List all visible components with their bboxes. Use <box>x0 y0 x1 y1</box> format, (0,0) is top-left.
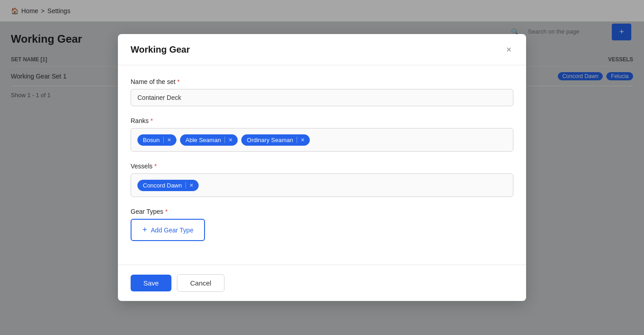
rank-tag-ordinary-seaman-label: Ordinary Seaman <box>247 137 293 143</box>
rank-tag-bosun-label: Bosun <box>143 137 160 143</box>
vessel-tag-concord-dawn: Concord Dawn × <box>137 180 199 191</box>
name-label: Name of the set * <box>131 78 513 85</box>
vessel-tag-concord-dawn-label: Concord Dawn <box>143 182 182 189</box>
name-section: Name of the set * <box>131 78 513 106</box>
ranks-label: Ranks * <box>131 117 513 124</box>
name-required-star: * <box>177 78 180 85</box>
vessels-section: Vessels * Concord Dawn × <box>131 163 513 197</box>
gear-types-section: Gear Types * + Add Gear Type <box>131 208 513 241</box>
gear-types-label: Gear Types * <box>131 208 513 215</box>
rank-tag-bosun: Bosun × <box>137 134 176 146</box>
rank-tag-ordinary-seaman-remove[interactable]: × <box>301 137 304 143</box>
gear-types-container: + Add Gear Type <box>131 219 513 241</box>
rank-tag-able-seaman-label: Able Seaman <box>185 137 221 143</box>
name-input[interactable] <box>131 89 513 106</box>
vessels-label: Vessels * <box>131 163 513 170</box>
ranks-section: Ranks * Bosun × Able Seaman × Ordinary S… <box>131 117 513 152</box>
plus-icon: + <box>142 225 147 235</box>
add-gear-type-label: Add Gear Type <box>151 227 194 234</box>
cancel-button[interactable]: Cancel <box>177 274 224 292</box>
tag-divider-4 <box>185 182 186 188</box>
modal-body: Name of the set * Ranks * Bosun × Able S… <box>118 65 526 265</box>
modal-header: Working Gear × <box>118 34 526 65</box>
modal-title: Working Gear <box>131 44 190 55</box>
rank-tag-bosun-remove[interactable]: × <box>167 137 171 143</box>
save-button[interactable]: Save <box>131 275 171 291</box>
ranks-input[interactable]: Bosun × Able Seaman × Ordinary Seaman × <box>131 128 513 152</box>
modal: Working Gear × Name of the set * Ranks *… <box>118 34 526 301</box>
tag-divider <box>163 137 164 143</box>
vessel-tag-concord-dawn-remove[interactable]: × <box>190 182 193 188</box>
tag-divider-2 <box>224 137 225 143</box>
add-gear-type-button[interactable]: + Add Gear Type <box>131 219 205 241</box>
modal-footer: Save Cancel <box>118 265 526 301</box>
rank-tag-ordinary-seaman: Ordinary Seaman × <box>241 134 310 146</box>
tag-divider-3 <box>297 137 297 143</box>
ranks-required-star: * <box>151 117 153 124</box>
rank-tag-able-seaman: Able Seaman × <box>180 134 238 146</box>
modal-close-button[interactable]: × <box>504 43 513 56</box>
vessels-input[interactable]: Concord Dawn × <box>131 173 513 197</box>
rank-tag-able-seaman-remove[interactable]: × <box>229 137 232 143</box>
vessels-required-star: * <box>154 163 156 170</box>
gear-types-required-star: * <box>165 208 167 215</box>
